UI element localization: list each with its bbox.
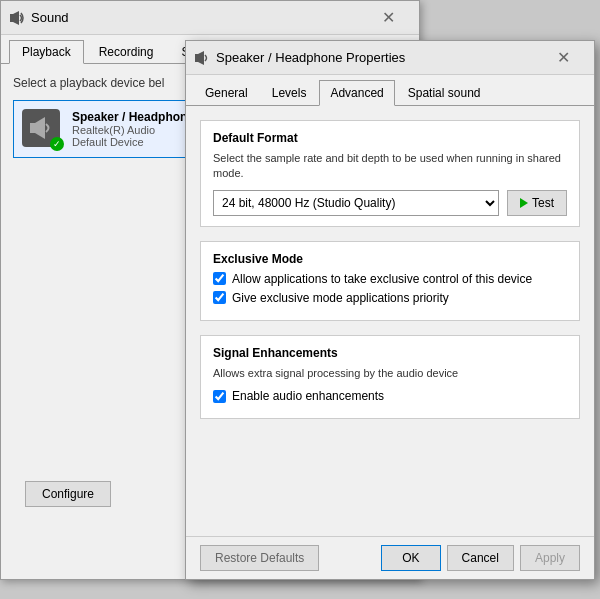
svg-rect-0: [10, 14, 13, 22]
sound-titlebar-left: Sound: [9, 10, 69, 26]
exclusive-mode-section: Exclusive Mode Allow applications to tak…: [200, 241, 580, 321]
format-select[interactable]: 24 bit, 48000 Hz (Studio Quality): [213, 190, 499, 216]
props-titlebar-left: Speaker / Headphone Properties: [194, 50, 405, 66]
svg-rect-4: [195, 54, 198, 62]
ok-button[interactable]: OK: [381, 545, 440, 571]
props-window-icon: [194, 50, 210, 66]
sound-window-icon: [9, 10, 25, 26]
tab-general[interactable]: General: [194, 80, 259, 106]
device-icon: ✓: [22, 109, 62, 149]
svg-marker-3: [35, 117, 45, 139]
sound-window-title: Sound: [31, 10, 69, 25]
props-tabs: General Levels Advanced Spatial sound: [186, 75, 594, 106]
svg-marker-5: [198, 51, 204, 65]
tab-spatial-sound[interactable]: Spatial sound: [397, 80, 492, 106]
tab-recording[interactable]: Recording: [86, 40, 167, 64]
signal-enhancements-desc: Allows extra signal processing by the au…: [213, 366, 567, 381]
exclusive-mode-title: Exclusive Mode: [213, 252, 567, 266]
props-titlebar: Speaker / Headphone Properties ✕: [186, 41, 594, 75]
cancel-button[interactable]: Cancel: [447, 545, 514, 571]
exclusive-priority-row: Give exclusive mode applications priorit…: [213, 291, 567, 305]
props-window-title: Speaker / Headphone Properties: [216, 50, 405, 65]
audio-enhancements-label: Enable audio enhancements: [232, 389, 384, 403]
default-format-desc: Select the sample rate and bit depth to …: [213, 151, 567, 182]
apply-button[interactable]: Apply: [520, 545, 580, 571]
configure-button[interactable]: Configure: [25, 481, 111, 507]
play-icon: [520, 198, 528, 208]
exclusive-control-checkbox[interactable]: [213, 272, 226, 285]
props-footer: Restore Defaults OK Cancel Apply: [186, 536, 594, 579]
format-row: 24 bit, 48000 Hz (Studio Quality) Test: [213, 190, 567, 216]
tab-levels[interactable]: Levels: [261, 80, 318, 106]
default-format-title: Default Format: [213, 131, 567, 145]
exclusive-priority-checkbox[interactable]: [213, 291, 226, 304]
restore-defaults-button[interactable]: Restore Defaults: [200, 545, 319, 571]
default-format-section: Default Format Select the sample rate an…: [200, 120, 580, 227]
test-button[interactable]: Test: [507, 190, 567, 216]
audio-enhancements-checkbox[interactable]: [213, 390, 226, 403]
audio-enhancements-row: Enable audio enhancements: [213, 389, 567, 403]
default-device-check: ✓: [50, 137, 64, 151]
sound-close-button[interactable]: ✕: [365, 1, 411, 35]
exclusive-priority-label: Give exclusive mode applications priorit…: [232, 291, 449, 305]
props-window: Speaker / Headphone Properties ✕ General…: [185, 40, 595, 580]
sound-titlebar: Sound ✕: [1, 1, 419, 35]
signal-enhancements-title: Signal Enhancements: [213, 346, 567, 360]
speaker-icon: [27, 114, 55, 142]
tab-playback[interactable]: Playback: [9, 40, 84, 64]
svg-rect-2: [30, 123, 35, 133]
exclusive-control-row: Allow applications to take exclusive con…: [213, 272, 567, 286]
signal-enhancements-section: Signal Enhancements Allows extra signal …: [200, 335, 580, 419]
props-body: Default Format Select the sample rate an…: [186, 106, 594, 536]
test-button-label: Test: [532, 196, 554, 210]
props-close-button[interactable]: ✕: [540, 41, 586, 75]
exclusive-control-label: Allow applications to take exclusive con…: [232, 272, 532, 286]
tab-advanced[interactable]: Advanced: [319, 80, 394, 106]
svg-marker-1: [13, 11, 19, 25]
footer-buttons: OK Cancel Apply: [381, 545, 580, 571]
